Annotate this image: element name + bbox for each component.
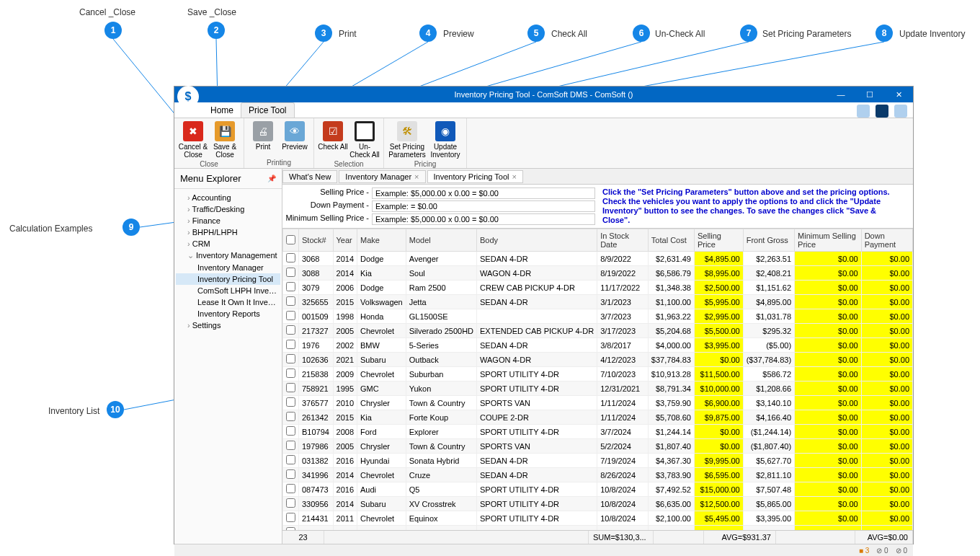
table-row[interactable]: 376577 2010 Chrysler Town & Country SPOR… [283,396,913,410]
col-front[interactable]: Front Gross [743,229,794,252]
cell-stock: 341996 [299,468,334,482]
sidebar-item-traffic[interactable]: Traffic/Desking [176,203,280,215]
sidebar-item-inventory-reports[interactable]: Inventory Reports [176,308,280,319]
uncheck-all-button[interactable]: Un-Check All [349,120,380,160]
col-down[interactable]: Down Payment [861,229,912,252]
table-row[interactable]: 001509 1998 Honda GL1500SE 3/7/2023 $1,9… [283,309,913,324]
sidebar-item-crm[interactable]: CRM [176,238,280,250]
row-checkbox[interactable] [286,469,295,479]
row-checkbox[interactable] [286,397,295,407]
table-row[interactable]: 1976 2002 BMW 5-Series SEDAN 4-DR 3/8/20… [283,338,913,353]
tab-home[interactable]: Home [203,103,241,118]
header-checkbox[interactable] [286,235,295,244]
table-row[interactable]: 330956 2014 Subaru XV Crosstrek SPORT UT… [283,497,913,511]
row-checkbox[interactable] [286,383,295,392]
sidebar-item-inventory-mgmt[interactable]: Inventory Management [176,250,280,262]
table-row[interactable]: 215838 2009 Chevrolet Suburban SPORT UTI… [283,367,913,381]
table-row[interactable]: 325655 2015 Volkswagen Jetta SEDAN 4-DR … [283,295,913,309]
doc-tab-inventory-pricing[interactable]: Inventory Pricing Tool× [427,170,523,183]
table-row[interactable]: 758921 1995 GMC Yukon SPORT UTILITY 4-DR… [283,381,913,396]
maximize-button[interactable]: ☐ [855,87,884,102]
cell-selling: $11,500.00 [694,367,743,381]
close-icon[interactable]: × [414,172,419,181]
cell-date: 11/17/2022 [597,281,649,295]
table-row[interactable]: 087473 2016 Audi Q5 SPORT UTILITY 4-DR 1… [283,482,913,497]
close-window-button[interactable]: ✕ [884,87,913,102]
preview-button[interactable]: 👁 Preview [279,120,311,152]
update-icon: ◉ [435,121,455,141]
cell-selling: $12,500.00 [694,497,743,511]
sidebar-item-settings[interactable]: Settings [176,319,280,331]
col-body[interactable]: Body [477,229,597,252]
row-checkbox[interactable] [286,455,295,464]
tab-price-tool[interactable]: Price Tool [241,102,294,118]
col-minsell[interactable]: Minimum Selling Price [795,229,862,252]
save-close-button[interactable]: 💾 Save & Close [209,120,241,160]
col-checkbox[interactable] [283,229,299,252]
sidebar-item-lease-own[interactable]: Lease It Own It Inventory... [176,296,280,308]
inventory-grid[interactable]: Stock# Year Make Model Body In Stock Dat… [282,228,913,530]
row-checkbox[interactable] [286,340,295,349]
cell-selling: $8,995.00 [694,266,743,281]
set-pricing-params-button[interactable]: 🛠 Set Pricing Parameters [387,120,427,160]
update-inventory-button[interactable]: ◉ Update Inventory [427,120,463,160]
cell-date: 4/12/2023 [597,353,649,367]
table-row[interactable]: B10794 2008 Ford Explorer SPORT UTILITY … [283,425,913,439]
row-checkbox[interactable] [286,498,295,508]
sidebar-item-bhph[interactable]: BHPH/LHPH [176,226,280,238]
cell-model: Sonata Hybrid [406,454,476,468]
wrench-icon: 🛠 [397,121,417,141]
cancel-close-button[interactable]: ✖ Cancel & Close [177,120,209,160]
col-instock[interactable]: In Stock Date [597,229,649,252]
sidebar-item-inventory-pricing-tool[interactable]: Inventory Pricing Tool [176,273,280,285]
row-checkbox[interactable] [286,354,295,363]
row-checkbox[interactable] [286,296,295,306]
table-row[interactable]: 031382 2016 Hyundai Sonata Hybrid SEDAN … [283,454,913,468]
row-checkbox[interactable] [286,426,295,436]
row-checkbox[interactable] [286,253,295,262]
cell-year: 2014 [333,497,357,511]
row-checkbox[interactable] [286,513,295,522]
print-button[interactable]: 🖨 Print [247,120,279,152]
callout-circle-1: 1 [104,22,122,39]
row-checkbox[interactable] [286,282,295,291]
close-icon[interactable]: × [512,172,516,181]
row-checkbox[interactable] [286,369,295,378]
table-row[interactable]: 217327 2005 Chevrolet Silverado 2500HD E… [283,324,913,338]
col-model[interactable]: Model [406,229,476,252]
minimize-button[interactable]: ― [827,87,855,102]
doc-tab-inventory-manager[interactable]: Inventory Manager× [339,170,425,183]
col-stock[interactable]: Stock# [299,229,334,252]
sidebar-item-finance[interactable]: Finance [176,215,280,226]
table-row[interactable]: 261342 2015 Kia Forte Koup COUPE 2-DR 1/… [283,410,913,425]
table-row[interactable]: 341996 2014 Chevrolet Cruze SEDAN 4-DR 8… [283,468,913,482]
pin-icon[interactable]: 📌 [267,175,276,182]
sidebar-item-accounting[interactable]: Accounting [176,192,280,203]
row-checkbox[interactable] [286,311,295,320]
help-icon-3[interactable] [894,105,907,118]
doc-tab-whats-new[interactable]: What's New [282,170,337,183]
table-row[interactable]: 214431 2011 Chevrolet Equinox SPORT UTIL… [283,511,913,526]
row-checkbox[interactable] [286,412,295,421]
col-year[interactable]: Year [333,229,357,252]
table-row[interactable]: 3079 2006 Dodge Ram 2500 CREW CAB PICKUP… [283,281,913,295]
table-row[interactable]: 102636 2021 Subaru Outback WAGON 4-DR 4/… [283,353,913,367]
col-totalcost[interactable]: Total Cost [648,229,694,252]
row-checkbox[interactable] [286,484,295,493]
check-all-button[interactable]: ☑ Check All [317,120,349,160]
cell-year: 2009 [333,367,357,381]
table-row[interactable]: 3088 2014 Kia Soul WAGON 4-DR 8/19/2022 … [283,266,913,281]
cell-stock: 3068 [299,252,334,266]
row-checkbox[interactable] [286,441,295,450]
help-icon-2[interactable] [876,105,888,118]
table-row[interactable]: 197986 2005 Chrysler Town & Country SPOR… [283,439,913,454]
col-make[interactable]: Make [357,229,406,252]
row-checkbox[interactable] [286,325,295,335]
col-selling[interactable]: Selling Price [694,229,743,252]
row-checkbox[interactable] [286,268,295,277]
cell-make: Kia [357,410,406,425]
sidebar-item-inventory-manager[interactable]: Inventory Manager [176,262,280,273]
sidebar-item-comsoft-lhph[interactable]: ComSoft LHPH Inventory ... [176,285,280,296]
table-row[interactable]: 3068 2014 Dodge Avenger SEDAN 4-DR 8/9/2… [283,252,913,266]
help-icon-1[interactable] [857,105,870,118]
